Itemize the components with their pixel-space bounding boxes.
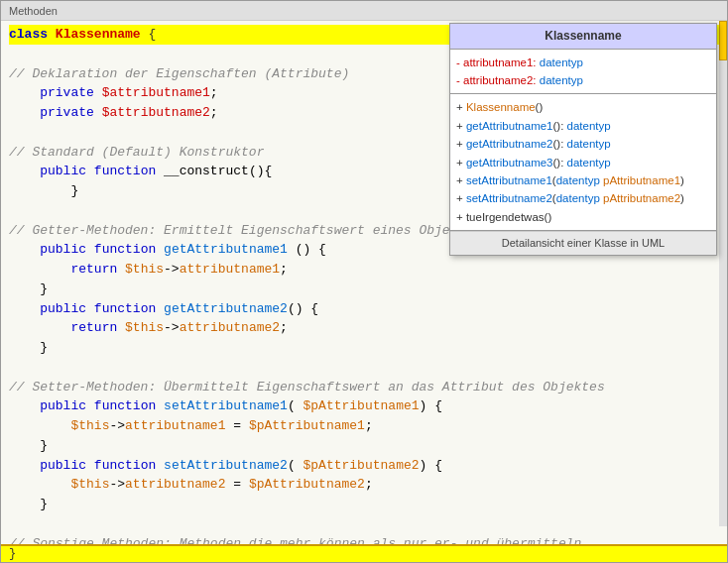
main-container: Methoden Klassenname - attributname1: da… — [0, 0, 728, 563]
uml-method-1: + getAttributname1(): datentyp — [456, 117, 710, 135]
scrollbar-thumb[interactable] — [719, 21, 727, 60]
code-blank-5 — [9, 514, 719, 534]
code-getter2: public function getAttributname2() { — [9, 299, 719, 319]
code-setter1-close: } — [9, 436, 719, 456]
uml-method-2: + getAttributname2(): datentyp — [456, 135, 710, 153]
code-setter2-body: $this->attributname2 = $pAttributname2; — [9, 475, 719, 495]
code-comment-setter: // Setter-Methoden: Übermittelt Eigensch… — [9, 378, 719, 397]
bottom-bar-text: } — [9, 547, 16, 561]
code-getter2-close: } — [9, 338, 719, 358]
code-getter1-close: } — [9, 280, 719, 299]
uml-method-6: + tueIrgendetwas() — [456, 208, 710, 226]
uml-attr-1: - attributname1: datentyp — [456, 54, 710, 71]
code-setter2-close: } — [9, 495, 719, 514]
uml-title: Klassenname — [450, 24, 716, 50]
code-comment-sonstige: // Sonstige Methoden: Methoden die mehr … — [9, 534, 719, 545]
code-area: Klassenname - attributname1: datentyp - … — [1, 21, 727, 544]
code-blank-4 — [9, 358, 719, 378]
uml-method-3: + getAttributname3(): datentyp — [456, 154, 710, 171]
uml-popup: Klassenname - attributname1: datentyp - … — [449, 23, 717, 256]
uml-caption: Detailansicht einer Klasse in UML — [450, 231, 716, 255]
uml-method-4: + setAttributname1(datentyp pAttributnam… — [456, 171, 710, 189]
code-setter2: public function setAttributname2( $pAttr… — [9, 456, 719, 476]
code-setter1-body: $this->attributname1 = $pAttributname1; — [9, 416, 719, 436]
code-return2: return $this->attributname2; — [9, 318, 719, 338]
code-setter1: public function setAttributname1( $pAttr… — [9, 396, 719, 416]
code-return1: return $this->attributname1; — [9, 260, 719, 280]
uml-method-0: + Klassenname() — [456, 98, 710, 116]
uml-methods: + Klassenname() + getAttributname1(): da… — [450, 94, 716, 231]
uml-method-5: + setAttributname2(datentyp pAttributnam… — [456, 189, 710, 207]
uml-attributes: - attributname1: datentyp - attributname… — [450, 50, 716, 95]
scrollbar[interactable] — [719, 21, 727, 526]
bottom-bar: } — [1, 544, 727, 562]
uml-attr-2: - attributname2: datentyp — [456, 71, 710, 89]
top-bar-text: Methoden — [9, 5, 58, 17]
top-bar: Methoden — [1, 1, 727, 21]
